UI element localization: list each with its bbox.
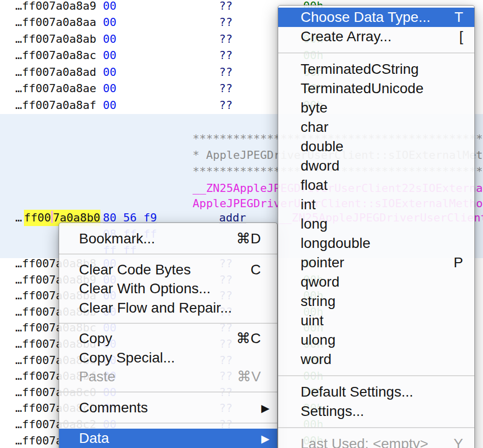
- menu-item-label: Data: [79, 430, 109, 446]
- menu-item-label: Default Settings...: [301, 384, 413, 400]
- row-address: …ff007a0a8af: [15, 97, 96, 114]
- menu-item[interactable]: Default Settings...: [278, 382, 474, 402]
- menu-item[interactable]: qword: [278, 272, 474, 292]
- row-address: …ff007a0a8ab: [15, 31, 96, 47]
- menu-separator: [59, 254, 277, 255]
- menu-item-label: dword: [301, 158, 339, 174]
- hopper-disassembly-view: …ff007a0a8a9 00 ?? 00h …ff007a0a8aa 00 ?…: [0, 0, 483, 448]
- menu-item[interactable]: Clear Flow and Repair...: [59, 298, 277, 318]
- menu-item[interactable]: longdouble: [278, 234, 474, 253]
- row-type: ??: [219, 97, 233, 114]
- menu-item-label: TerminatedUnicode: [301, 80, 423, 96]
- row-type: ??: [219, 0, 233, 14]
- menu-item-label: char: [301, 119, 328, 135]
- menu-item-shortcut: Y: [453, 434, 463, 448]
- menu-item-label: Clear Flow and Repair...: [79, 300, 232, 316]
- row-byte: 00: [103, 97, 117, 114]
- menu-item[interactable]: pointer P: [278, 253, 474, 272]
- menu-item[interactable]: Clear Code Bytes C: [59, 260, 277, 279]
- menu-item-label: string: [301, 293, 335, 309]
- menu-item[interactable]: float: [278, 176, 474, 195]
- menu-item[interactable]: Clear With Options...: [59, 279, 277, 298]
- menu-item-label: float: [301, 177, 328, 193]
- menu-item-label: ulong: [301, 332, 336, 348]
- menu-separator: [278, 375, 474, 376]
- menu-item[interactable]: Copy ⌘C: [59, 329, 277, 348]
- menu-item[interactable]: uint: [278, 311, 474, 330]
- menu-item-label: Create Array...: [301, 29, 391, 44]
- menu-item[interactable]: Bookmark... ⌘D: [59, 229, 277, 248]
- menu-item[interactable]: Data ▶: [59, 429, 277, 448]
- menu-item[interactable]: double: [278, 137, 474, 156]
- menu-separator: [278, 427, 474, 428]
- menu-item-label: Bookmark...: [79, 231, 155, 246]
- row-byte: 00: [103, 80, 117, 97]
- menu-item[interactable]: dword: [278, 156, 474, 176]
- menu-item-shortcut: ⌘C: [236, 329, 261, 348]
- menu-item-label: Paste: [79, 369, 116, 384]
- row-type: ??: [219, 80, 233, 97]
- menu-item-label: int: [301, 197, 316, 212]
- row-type: ??: [219, 31, 233, 47]
- menu-item[interactable]: Last Used: <empty> Y: [278, 434, 474, 448]
- menu-item-label: uint: [301, 313, 324, 328]
- menu-item[interactable]: byte: [278, 98, 474, 118]
- row-address: …ff007a0a8ad: [15, 64, 96, 80]
- menu-item-label: TerminatedCString: [301, 61, 419, 77]
- menu-item-shortcut: C: [251, 260, 261, 279]
- menu-item-label: double: [301, 138, 343, 154]
- menu-item-label: Clear With Options...: [79, 281, 210, 296]
- row-address: …ff007a0a8ae: [15, 80, 96, 97]
- data-type-submenu: Choose Data Type... T Create Array... [ …: [278, 5, 475, 448]
- row-type: ??: [219, 14, 233, 31]
- menu-separator: [59, 423, 277, 424]
- menu-item-label: Choose Data Type...: [301, 9, 431, 25]
- menu-item[interactable]: char: [278, 118, 474, 137]
- menu-item-shortcut: [: [459, 27, 463, 46]
- menu-item-shortcut: ⌘V: [237, 367, 261, 386]
- menu-item-label: byte: [301, 100, 328, 116]
- menu-item[interactable]: ulong: [278, 330, 474, 350]
- menu-item-label: Copy: [79, 330, 112, 346]
- menu-item-label: long: [301, 216, 328, 232]
- row-byte: 00: [103, 64, 117, 80]
- menu-item[interactable]: int: [278, 195, 474, 214]
- context-menu: Bookmark... ⌘D Clear Code Bytes C Clear …: [59, 222, 278, 448]
- menu-item[interactable]: Comments ▶: [59, 398, 277, 417]
- menu-item-label: Comments: [79, 400, 148, 415]
- menu-item[interactable]: Paste ⌘V: [59, 367, 277, 386]
- menu-item[interactable]: string: [278, 292, 474, 311]
- menu-item-label: pointer: [301, 255, 344, 270]
- row-byte: 00: [103, 47, 117, 64]
- menu-item-shortcut: ⌘D: [236, 229, 261, 248]
- row-type: ??: [219, 47, 233, 64]
- menu-separator: [59, 391, 277, 393]
- menu-item-label: Copy Special...: [79, 350, 175, 366]
- submenu-arrow-icon: ▶: [261, 399, 270, 418]
- submenu-arrow-icon: ▶: [261, 429, 270, 448]
- menu-item[interactable]: word: [278, 350, 474, 369]
- row-type: ??: [219, 64, 233, 80]
- menu-item[interactable]: Settings...: [278, 402, 474, 421]
- address-ellipsis: …: [15, 210, 22, 226]
- menu-item-shortcut: T: [454, 8, 463, 27]
- menu-item-label: word: [301, 351, 332, 367]
- menu-separator: [278, 52, 474, 53]
- menu-item[interactable]: Copy Special...: [59, 348, 277, 368]
- menu-separator: [59, 323, 277, 324]
- menu-item[interactable]: Create Array... [: [278, 27, 474, 46]
- row-address: …ff007a0a8aa: [15, 14, 96, 31]
- menu-item-label: Settings...: [301, 403, 364, 419]
- row-byte: 00: [103, 14, 117, 31]
- menu-item-label: longdouble: [301, 235, 370, 251]
- menu-item-label: qword: [301, 274, 339, 290]
- row-byte: 00: [103, 0, 117, 14]
- row-address: …ff007a0a8a9: [15, 0, 96, 14]
- menu-item[interactable]: Choose Data Type... T: [278, 8, 474, 27]
- menu-item[interactable]: TerminatedUnicode: [278, 79, 474, 98]
- menu-item[interactable]: long: [278, 214, 474, 234]
- menu-item[interactable]: TerminatedCString: [278, 60, 474, 79]
- menu-item-label: Clear Code Bytes: [79, 262, 191, 277]
- menu-item-shortcut: P: [453, 253, 463, 272]
- menu-item-label: Last Used: <empty>: [301, 436, 428, 448]
